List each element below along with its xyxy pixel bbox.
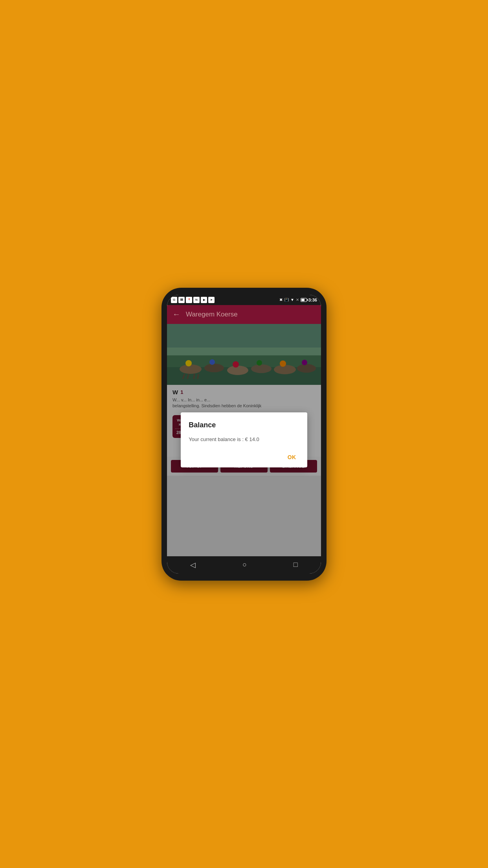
content-area: W 1 W... v... In... in... e... belangste… <box>167 324 321 556</box>
nav-back-button[interactable]: ◁ <box>190 561 196 569</box>
arrow-icon: ➤ <box>208 297 215 303</box>
battery-icon <box>301 298 307 302</box>
balance-dialog: Balance Your current balance is : € 14.0… <box>181 412 307 468</box>
dialog-title: Balance <box>189 421 299 429</box>
status-time: 3:36 <box>308 298 317 302</box>
nav-home-button[interactable]: ○ <box>242 561 247 569</box>
status-bar: G 🖼 📍 N ▶ ➤ ✖ 📳 ▼ ✕ 3:36 <box>167 295 321 305</box>
n-icon: N <box>193 297 200 303</box>
dialog-ok-button[interactable]: OK <box>284 452 299 462</box>
nav-bar: ◁ ○ □ <box>167 556 321 574</box>
wifi-icon: ▼ <box>290 298 294 302</box>
phone-shell: G 🖼 📍 N ▶ ➤ ✖ 📳 ▼ ✕ 3:36 ← Waregem Koer <box>161 288 327 581</box>
g-icon: G <box>171 297 177 303</box>
nav-recents-button[interactable]: □ <box>294 561 298 569</box>
play-icon: ▶ <box>201 297 207 303</box>
dialog-actions: OK <box>189 452 299 462</box>
phone-screen: G 🖼 📍 N ▶ ➤ ✖ 📳 ▼ ✕ 3:36 ← Waregem Koer <box>167 295 321 574</box>
signal-off-icon: ✕ <box>296 298 299 302</box>
dialog-body: Your current balance is : € 14.0 <box>189 436 299 443</box>
status-right-icons: ✖ 📳 ▼ ✕ 3:36 <box>279 298 317 302</box>
back-button[interactable]: ← <box>172 310 180 319</box>
bluetooth-icon: ✖ <box>279 298 283 302</box>
vibrate-icon: 📳 <box>284 298 289 302</box>
app-title: Waregem Koerse <box>186 311 238 318</box>
gallery-icon: 🖼 <box>178 297 185 303</box>
dialog-overlay: Balance Your current balance is : € 14.0… <box>167 324 321 556</box>
maps-icon: 📍 <box>186 297 192 303</box>
app-bar: ← Waregem Koerse <box>167 305 321 324</box>
status-icons-left: G 🖼 📍 N ▶ ➤ <box>171 297 215 303</box>
